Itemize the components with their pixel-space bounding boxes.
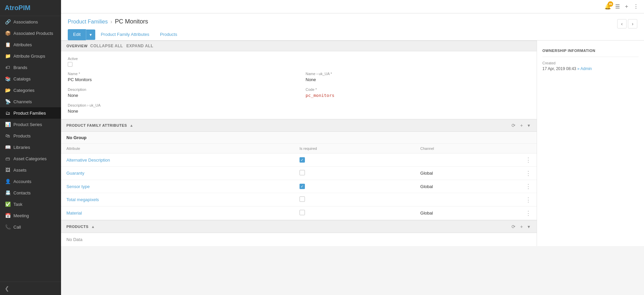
sidebar-item-attributes[interactable]: 📋Attributes — [0, 39, 61, 50]
sidebar-collapse-btn[interactable]: ❮ — [0, 282, 61, 295]
app-logo: AtroPIM — [0, 0, 61, 16]
list-icon[interactable]: ☰ — [615, 3, 620, 10]
sidebar-item-product-series[interactable]: 📊Product Series — [0, 119, 61, 130]
sidebar-item-assets[interactable]: 🖼Assets — [0, 164, 61, 176]
table-row: Alternative Description ✓ ⋮ — [61, 154, 537, 167]
nav-icon-asset-categories: 🗃 — [5, 156, 11, 161]
products-section-header: PRODUCTS ▲ ⟳ + ▾ — [61, 220, 537, 233]
sidebar-item-channels[interactable]: 📡Channels — [0, 96, 61, 107]
col-channel: Channel — [415, 144, 520, 154]
attr-link[interactable]: Guaranty — [66, 171, 84, 176]
collapse-all-btn[interactable]: Collapse All — [90, 44, 123, 48]
sidebar-item-product-families[interactable]: 🗂Product Families — [0, 107, 61, 119]
nav-label-associated-products: Associated Products — [13, 31, 53, 36]
tab-products[interactable]: Products — [155, 29, 182, 40]
created-label: Created — [542, 61, 639, 65]
created-by-link[interactable]: » Admin — [577, 66, 592, 71]
row-action-btn[interactable]: ⋮ — [525, 157, 531, 163]
nav-icon-products: 🛍 — [5, 133, 11, 138]
nav-label-attributes: Attributes — [13, 42, 32, 47]
sidebar-item-task[interactable]: ✅Task — [0, 198, 61, 210]
sidebar-item-associated-products[interactable]: 📦Associated Products — [0, 27, 61, 39]
description-uk-value: None — [68, 109, 292, 114]
nav-icon-assets: 🖼 — [5, 167, 11, 173]
description-field: Description None — [68, 87, 292, 98]
sidebar-item-associations[interactable]: 🔗Associations — [0, 16, 61, 27]
nav-label-accounts: Accounts — [13, 179, 31, 184]
sidebar-item-asset-categories[interactable]: 🗃Asset Categories — [0, 153, 61, 164]
active-checkbox[interactable] — [68, 62, 72, 67]
table-row: Sensor type ✓ Global ⋮ — [61, 180, 537, 193]
edit-dropdown-btn[interactable]: ▾ — [86, 30, 95, 40]
main-area: 🔔 35 ☰ ＋ ⋮ Product Families › PC Monitor… — [61, 0, 644, 295]
nav-label-contacts: Contacts — [13, 190, 31, 195]
ownership-panel: OWNERSHIP INFORMATION Created 17 Apr, 20… — [537, 41, 644, 246]
attr-link[interactable]: Alternative Description — [66, 158, 110, 163]
sidebar-item-products[interactable]: 🛍Products — [0, 130, 61, 141]
code-label: Code * — [306, 87, 530, 92]
breadcrumb-separator: › — [110, 19, 112, 25]
nav-label-meeting: Meeting — [13, 213, 29, 218]
attr-action-cell: ⋮ — [520, 167, 537, 180]
sidebar-item-brands[interactable]: 🏷Brands — [0, 62, 61, 73]
content-wrapper: OVERVIEW Collapse All Expand All Active — [61, 41, 644, 246]
tab-product-family-attributes[interactable]: Product Family Attributes — [95, 29, 155, 40]
sidebar-item-attribute-groups[interactable]: 📁Attribute Groups — [0, 50, 61, 62]
sidebar-item-contacts[interactable]: 📇Contacts — [0, 187, 61, 198]
attr-link[interactable]: Material — [66, 211, 82, 216]
nav-icon-libraries: 📖 — [5, 144, 11, 150]
nav-label-catalogs: Catalogs — [13, 76, 31, 81]
edit-btn[interactable]: Edit — [68, 29, 86, 40]
menu-icon[interactable]: ⋮ — [633, 3, 639, 10]
products-refresh-btn[interactable]: ⟳ — [510, 223, 517, 230]
expand-all-btn[interactable]: Expand All — [126, 44, 153, 48]
notifications-icon[interactable]: 🔔 35 — [604, 3, 611, 10]
products-more-btn[interactable]: ▾ — [526, 223, 531, 230]
nav-icon-product-series: 📊 — [5, 122, 11, 127]
pfa-add-btn[interactable]: + — [519, 122, 524, 129]
attributes-table: Attribute Is required Channel Alternativ… — [61, 144, 537, 220]
row-action-btn[interactable]: ⋮ — [525, 210, 531, 217]
checkbox-checked: ✓ — [300, 184, 305, 189]
sidebar-item-meeting[interactable]: 📅Meeting — [0, 210, 61, 221]
table-row: Material Global ⋮ — [61, 206, 537, 220]
page-header: Product Families › PC Monitors ‹ › Edit … — [61, 13, 644, 41]
page-content: Product Families › PC Monitors ‹ › Edit … — [61, 13, 644, 295]
sidebar-item-catalogs[interactable]: 📚Catalogs — [0, 73, 61, 84]
active-field-row: Active — [68, 57, 530, 68]
attr-required-cell — [294, 167, 415, 180]
active-label: Active — [68, 57, 530, 61]
nav-icon-associations: 🔗 — [5, 19, 11, 24]
checkbox-unchecked[interactable] — [300, 210, 305, 215]
add-icon[interactable]: ＋ — [624, 3, 629, 10]
products-add-btn[interactable]: + — [519, 223, 524, 230]
checkbox-unchecked[interactable] — [300, 170, 305, 175]
sidebar-item-categories[interactable]: 📂Categories — [0, 84, 61, 96]
nav-icon-task: ✅ — [5, 201, 11, 207]
products-collapse-icon: ▲ — [91, 225, 95, 229]
attr-required-cell — [294, 193, 415, 206]
pfa-refresh-btn[interactable]: ⟳ — [510, 122, 517, 129]
pfa-collapse-icon: ▲ — [130, 123, 133, 127]
name-uk-value: None — [306, 77, 530, 82]
next-page-btn[interactable]: › — [628, 19, 637, 28]
overview-section-header: OVERVIEW Collapse All Expand All — [61, 41, 537, 51]
checkbox-checked: ✓ — [300, 157, 305, 163]
breadcrumb-parent[interactable]: Product Families — [68, 19, 108, 25]
nav-icon-categories: 📂 — [5, 87, 11, 93]
created-value: 17 Apr, 2019 08:43 » Admin — [542, 66, 639, 71]
checkbox-unchecked[interactable] — [300, 196, 305, 202]
sidebar-item-accounts[interactable]: 👤Accounts — [0, 176, 61, 187]
sidebar-item-call[interactable]: 📞Call — [0, 221, 61, 233]
row-action-btn[interactable]: ⋮ — [525, 170, 531, 177]
attr-channel-cell — [415, 154, 520, 167]
attr-link[interactable]: Total megapixels — [66, 197, 99, 202]
sidebar-item-libraries[interactable]: 📖Libraries — [0, 141, 61, 153]
attr-link[interactable]: Sensor type — [66, 184, 90, 189]
row-action-btn[interactable]: ⋮ — [525, 196, 531, 203]
prev-page-btn[interactable]: ‹ — [617, 19, 627, 28]
name-label: Name * — [68, 72, 292, 76]
row-action-btn[interactable]: ⋮ — [525, 183, 531, 190]
nav-icon-contacts: 📇 — [5, 190, 11, 195]
pfa-more-btn[interactable]: ▾ — [526, 122, 531, 129]
